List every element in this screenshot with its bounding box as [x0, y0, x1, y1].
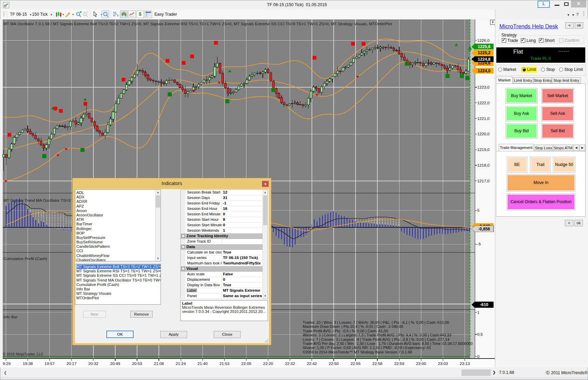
svg-text:1: 1	[477, 310, 480, 315]
svg-text:Maximum Draw Down: | Pts-10,4: Maximum Draw Down: | Pts-10,4 | % -0,01 …	[303, 324, 403, 329]
svg-text:20:53: 20:53	[132, 361, 142, 366]
svg-text:1218,0: 1218,0	[477, 163, 490, 168]
svg-text:21:08: 21:08	[154, 361, 164, 366]
svg-text:23:03: 23:03	[438, 361, 448, 366]
svg-text:Trade AVG Per day: 2,50 | Win: Trade AVG Per day: 2,50 | Win : 1,50 | L…	[303, 341, 473, 346]
svg-text:©2006 to 2014 MicroTrends™ MT: ©2006 to 2014 MicroTrends™ MT Strategy B…	[303, 350, 412, 354]
svg-text:1226,0: 1226,0	[477, 38, 490, 43]
svg-text:22:55: 22:55	[350, 361, 361, 366]
svg-text:20:17: 20:17	[66, 361, 77, 366]
svg-text:22:32: 22:32	[285, 361, 295, 366]
svg-text:Info Bar: Info Bar	[3, 315, 17, 319]
svg-text:1222,0: 1222,0	[477, 101, 490, 105]
svg-text:© 2015 NinjaTrader, LLC: © 2015 NinjaTrader, LLC	[3, 352, 43, 356]
svg-text:MT MA Oscillator 7.0.1.68 / MT: MT MA Oscillator 7.0.1.68 / MT Signals E…	[3, 21, 392, 26]
svg-text:22:50: 22:50	[329, 361, 339, 366]
svg-text:19:57: 19:57	[45, 361, 55, 366]
svg-text:Sharpe: 1,00 | P Factor: 0,69: Sharpe: 1,00 | P Factor: 0,69 | AVG RR: …	[303, 346, 431, 350]
svg-text:1225,2: 1225,2	[478, 50, 491, 55]
svg-text:Trades: 10 | Wins: 3 | Losses:: Trades: 10 | Wins: 3 | Losses: 7 | Win%:…	[303, 320, 449, 324]
svg-text:1217,0: 1217,0	[477, 179, 490, 183]
svg-text:22:05: 22:05	[241, 361, 252, 366]
svg-text:Losers: 7 | Consec: 3 | Larges: Losers: 7 | Consec: 3 | Largest: -4 | Tr…	[303, 337, 449, 341]
svg-text:5: 5	[477, 208, 480, 213]
svg-text:0,5: 0,5	[477, 332, 483, 337]
svg-text:Winners: 3 | Consec: 2 | Large: Winners: 3 | Consec: 2 | Largest: 7,3 | …	[303, 333, 451, 337]
svg-text:1224,8: 1224,8	[478, 57, 491, 62]
svg-text:1225,6: 1225,6	[478, 44, 491, 49]
svg-text:1220,0: 1220,0	[477, 132, 490, 136]
svg-text:23:00: 23:00	[416, 361, 426, 366]
svg-text:1221,0: 1221,0	[477, 116, 490, 121]
svg-text:22:20: 22:20	[263, 361, 273, 366]
svg-text:22:58: 22:58	[372, 361, 382, 366]
svg-text:21:53: 21:53	[220, 361, 230, 366]
svg-text:0: 0	[477, 354, 480, 359]
svg-text:Cumulative Profit (Cash): Cumulative Profit (Cash)	[3, 256, 47, 261]
svg-text:20:32: 20:32	[88, 361, 99, 366]
svg-text:Trade Profit AVG: | Pts: -0,6: Trade Profit AVG: | Pts: -0,6 | %: 0,00 …	[303, 329, 388, 333]
svg-text:22:42: 22:42	[307, 361, 317, 366]
svg-text:1223,0: 1223,0	[477, 85, 490, 90]
svg-text:1224,0: 1224,0	[478, 69, 491, 73]
svg-text:9:29: 9:29	[3, 361, 11, 366]
svg-text:20:49: 20:49	[110, 361, 120, 366]
svg-text:23:13: 23:13	[460, 361, 470, 366]
svg-text:22:59: 22:59	[394, 361, 404, 366]
svg-text:21:24: 21:24	[176, 361, 186, 366]
svg-text:21:40: 21:40	[198, 361, 208, 366]
svg-text:-0,856: -0,856	[478, 227, 490, 231]
svg-text:-5: -5	[477, 242, 481, 246]
svg-text:1219,0: 1219,0	[477, 147, 490, 152]
svg-text:19:38: 19:38	[23, 361, 33, 366]
svg-text:-610: -610	[480, 302, 488, 307]
